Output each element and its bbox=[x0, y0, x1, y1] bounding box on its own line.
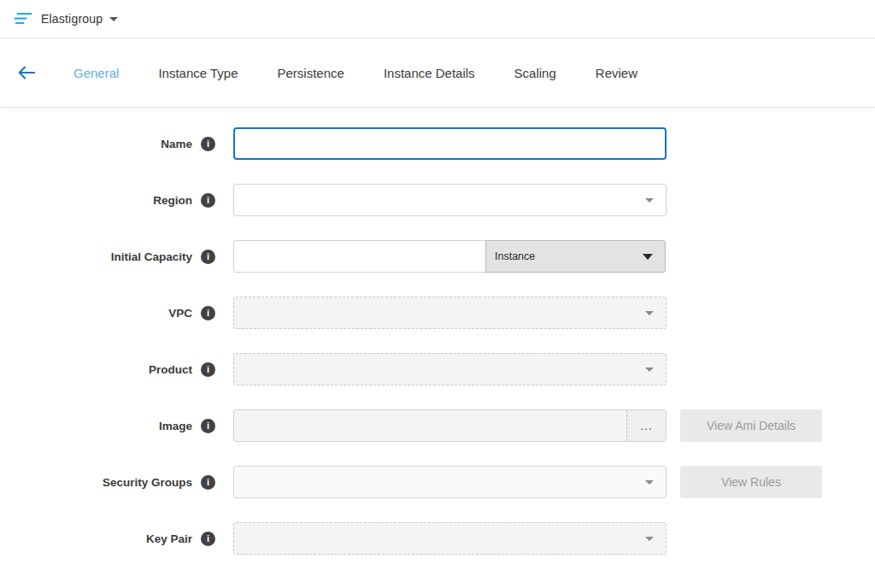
key-pair-info-icon[interactable]: i bbox=[201, 532, 215, 546]
vpc-label: VPC bbox=[168, 307, 192, 320]
tab-persistence[interactable]: Persistence bbox=[278, 66, 344, 80]
image-info-icon[interactable]: i bbox=[201, 419, 215, 433]
tab-instance-details[interactable]: Instance Details bbox=[384, 66, 475, 80]
form-row-product: Product i bbox=[0, 353, 875, 385]
region-label: Region bbox=[153, 194, 192, 207]
general-form: Name i Region i Initial Capacity i Inst bbox=[0, 108, 875, 555]
chevron-down-icon bbox=[645, 537, 654, 541]
form-row-security-groups: Security Groups i View Rules bbox=[0, 466, 875, 498]
name-input[interactable] bbox=[233, 127, 667, 160]
tab-general[interactable]: General bbox=[73, 66, 119, 80]
view-rules-button[interactable]: View Rules bbox=[680, 466, 822, 498]
wizard-tab-bar: General Instance Type Persistence Instan… bbox=[0, 38, 875, 108]
top-bar: Elastigroup bbox=[0, 0, 875, 38]
key-pair-label: Key Pair bbox=[146, 532, 192, 545]
chevron-down-icon bbox=[643, 254, 653, 260]
tab-review[interactable]: Review bbox=[596, 66, 637, 80]
vpc-select[interactable] bbox=[233, 297, 667, 329]
form-row-vpc: VPC i bbox=[0, 297, 875, 329]
view-ami-details-button[interactable]: View Ami Details bbox=[680, 409, 822, 442]
security-groups-label: Security Groups bbox=[103, 476, 192, 489]
capacity-unit-select[interactable]: Instance bbox=[485, 240, 666, 273]
form-row-image: Image i ... View Ami Details bbox=[0, 409, 875, 442]
initial-capacity-input[interactable] bbox=[233, 240, 486, 273]
image-label: Image bbox=[159, 420, 192, 432]
security-groups-select[interactable] bbox=[233, 466, 667, 498]
initial-capacity-info-icon[interactable]: i bbox=[201, 250, 215, 264]
image-browse-button[interactable]: ... bbox=[626, 410, 666, 441]
key-pair-select[interactable] bbox=[233, 522, 667, 555]
region-select[interactable] bbox=[233, 184, 667, 216]
app-title: Elastigroup bbox=[41, 12, 103, 26]
image-field-value[interactable] bbox=[234, 410, 626, 441]
form-row-region: Region i bbox=[0, 184, 875, 216]
chevron-down-icon bbox=[645, 368, 654, 372]
back-button[interactable] bbox=[14, 60, 39, 85]
chevron-down-icon bbox=[645, 198, 654, 203]
vpc-info-icon[interactable]: i bbox=[201, 306, 215, 320]
product-label: Product bbox=[149, 363, 192, 376]
tab-scaling[interactable]: Scaling bbox=[514, 66, 556, 80]
chevron-down-icon bbox=[645, 311, 654, 315]
name-label: Name bbox=[161, 138, 192, 150]
chevron-down-icon bbox=[109, 17, 118, 21]
image-field: ... bbox=[233, 409, 667, 442]
region-info-icon[interactable]: i bbox=[201, 193, 215, 208]
product-select[interactable] bbox=[233, 353, 667, 385]
product-info-icon[interactable]: i bbox=[201, 362, 215, 377]
wizard-tabs: General Instance Type Persistence Instan… bbox=[73, 66, 637, 80]
form-row-name: Name i bbox=[0, 127, 875, 160]
initial-capacity-label: Initial Capacity bbox=[111, 250, 192, 263]
security-groups-info-icon[interactable]: i bbox=[201, 475, 215, 490]
form-row-initial-capacity: Initial Capacity i Instance bbox=[0, 240, 875, 273]
form-row-key-pair: Key Pair i bbox=[0, 522, 875, 555]
elastigroup-logo-icon bbox=[14, 11, 32, 26]
capacity-unit-value: Instance bbox=[495, 250, 535, 262]
back-arrow-icon bbox=[17, 65, 36, 80]
tab-instance-type[interactable]: Instance Type bbox=[158, 66, 238, 80]
chevron-down-icon bbox=[645, 480, 654, 485]
elastigroup-app-switcher[interactable]: Elastigroup bbox=[14, 11, 118, 26]
name-info-icon[interactable]: i bbox=[201, 137, 215, 151]
